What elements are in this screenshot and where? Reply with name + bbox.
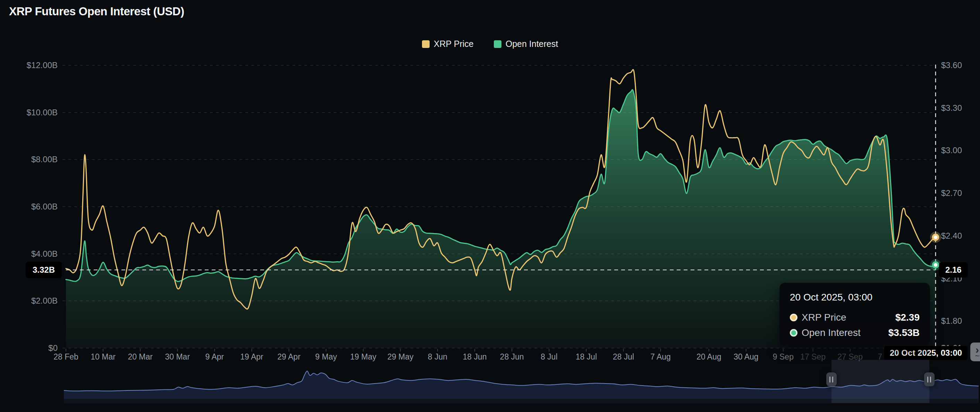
navigator-mini-chart[interactable] [0, 0, 980, 412]
crosshair-date-badge: 20 Oct 2025, 03:00 [884, 346, 967, 360]
tooltip-value-xrp-price: $2.39 [895, 312, 920, 323]
navigator-right-handle[interactable] [924, 372, 935, 386]
tooltip: 20 Oct 2025, 03:00 XRP Price $2.39 Open … [780, 283, 930, 346]
tooltip-value-open-interest: $3.53B [888, 327, 920, 339]
tooltip-row-open-interest: Open Interest $3.53B [790, 327, 920, 339]
open-interest-dot-icon [790, 329, 797, 337]
navigator-left-handle[interactable] [826, 372, 837, 386]
crosshair-oi-badge: 3.32B [26, 262, 62, 278]
xrp-futures-open-interest-page: XRP Futures Open Interest (USD) XRP Pric… [0, 0, 980, 412]
wave-icon: ∼ [974, 354, 980, 358]
navigator-selection[interactable] [832, 360, 929, 403]
tooltip-label-open-interest: Open Interest [802, 327, 888, 339]
xrp-price-dot-icon [790, 314, 797, 321]
crosshair-price-badge: 2.16 [939, 262, 968, 278]
expand-panel-button[interactable]: › ∼ [970, 343, 980, 361]
tooltip-label-xrp-price: XRP Price [802, 312, 895, 323]
tooltip-date: 20 Oct 2025, 03:00 [790, 292, 920, 303]
tooltip-row-xrp-price: XRP Price $2.39 [790, 312, 920, 323]
